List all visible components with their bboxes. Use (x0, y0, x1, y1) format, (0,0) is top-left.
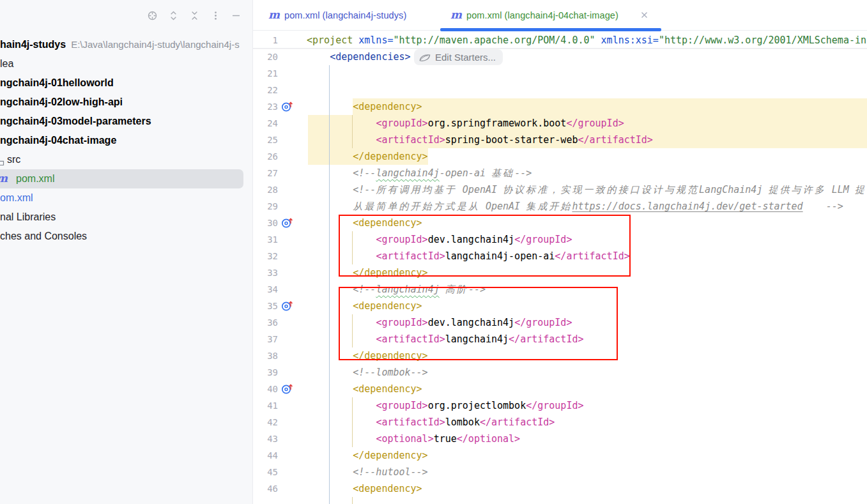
maven-sync-icon[interactable] (281, 217, 292, 227)
tab-label: pom.xml (langchain4j-studys) (284, 10, 406, 20)
code-token: 从最简单的开始方式是从 OpenAI 集成开始 (353, 201, 572, 212)
code-line-44[interactable]: </dependency> (307, 447, 428, 464)
code-line-25[interactable]: <artifactId>spring-boot-starter-web</art… (307, 132, 653, 148)
tree-item-ngchain4j-01helloworld[interactable]: ngchain4j-01helloworld (0, 73, 252, 93)
tree-item-ngchain4j-03model-parameters[interactable]: ngchain4j-03model-parameters (0, 112, 252, 131)
collapse-all-icon[interactable] (189, 10, 200, 21)
code-line-43[interactable]: <optional>true</optional> (307, 431, 520, 447)
code-token: langchain4j (376, 167, 439, 179)
code-line-39[interactable]: <!--lombok--> (307, 364, 428, 381)
code-token: </artifactId> (578, 134, 652, 146)
code-token: true (434, 433, 457, 445)
line-number: 42 (253, 414, 278, 431)
tree-item-label: nal Libraries (0, 211, 56, 222)
tree-item-ngchain4j-04chat-image[interactable]: ngchain4j-04chat-image (0, 131, 252, 150)
maven-sync-icon[interactable] (281, 300, 292, 310)
tree-item-label: ngchain4j-01helloworld (0, 77, 114, 88)
tree-item-nal-libraries[interactable]: nal Libraries (0, 208, 252, 227)
line-number: 29 (253, 198, 278, 215)
close-tab-icon[interactable] (640, 11, 648, 19)
tree-item-ches-and-consoles[interactable]: ches and Consoles (0, 227, 252, 246)
editor-tab-2[interactable]: mpom.xml (langchain4j-04chat-image) (440, 0, 659, 30)
indent (307, 450, 353, 461)
line-number: 24 (253, 115, 278, 132)
tree-item-pom-xml[interactable]: mpom.xml (0, 169, 252, 188)
tree-item-label: ngchain4j-02low-high-api (0, 96, 123, 107)
line-number: 1 (253, 32, 278, 49)
indent (307, 400, 376, 411)
maven-icon: m (450, 10, 462, 20)
code-line-27[interactable]: <!--langchain4j-open-ai 基础--> (307, 165, 532, 181)
active-tab-underline (440, 28, 661, 31)
code-token: </dependency> (353, 151, 427, 162)
code-token: <!-- (353, 167, 376, 179)
more-icon[interactable] (210, 10, 221, 21)
line-number: 25 (253, 132, 278, 148)
code-token: <groupId> (376, 118, 427, 129)
indent (307, 118, 376, 129)
expand-collapse-icon[interactable] (168, 10, 179, 21)
code-token: <!--lombok--> (353, 367, 427, 378)
code-line-41[interactable]: <groupId>org.projectlombok</groupId> (307, 397, 584, 414)
line-number: 30 (253, 215, 278, 231)
line-number: 27 (253, 165, 278, 181)
code-token: lombok (445, 416, 480, 428)
maven-sync-icon[interactable] (281, 100, 292, 111)
code-token: <dependency> (353, 101, 422, 112)
line-number: 39 (253, 364, 278, 381)
line-number: 40 (253, 381, 278, 397)
tree-item-om-xml[interactable]: om.xml (0, 188, 252, 208)
code-line-40[interactable]: <dependency> (307, 381, 422, 397)
code-token: <dependency> (353, 383, 422, 395)
code-token: <groupId> (376, 400, 427, 411)
tree-item-path: E:\Java\langchain4j-study\langchain4j-s (71, 39, 240, 50)
edit-starters-button[interactable]: Edit Starters... (414, 49, 503, 65)
line-number: 26 (253, 148, 278, 165)
code-line-46[interactable]: <dependency> (307, 480, 422, 497)
code-token: <!--hutool--> (353, 466, 427, 478)
tree-item-lea[interactable]: lea (0, 54, 252, 73)
code-line-42[interactable]: <artifactId>lombok</artifactId> (307, 414, 555, 431)
maven-icon: m (268, 10, 280, 20)
line-number: 21 (253, 65, 278, 82)
indent (307, 367, 353, 378)
editor-tab-1[interactable]: mpom.xml (langchain4j-studys) (258, 0, 417, 30)
code-line-20[interactable]: <dependencies> (307, 49, 411, 65)
line-number: 20 (253, 49, 278, 65)
indent (307, 466, 353, 478)
hide-icon[interactable] (231, 10, 242, 21)
line-number: 33 (253, 264, 278, 281)
code-token: org.projectlombok (428, 400, 526, 411)
indent (307, 433, 376, 445)
code-line-28[interactable]: <!--所有调用均基于 OpenAI 协议标准，实现一致的接口设计与规范Lang… (307, 181, 866, 198)
line-number: 43 (253, 431, 278, 447)
maven-sync-icon[interactable] (281, 383, 292, 393)
code-token: <optional> (376, 433, 433, 445)
code-token: <artifactId> (376, 134, 445, 146)
line-number: 28 (253, 181, 278, 198)
code-line-45[interactable]: <!--hutool--> (307, 464, 428, 480)
code-line-23[interactable]: <dependency> (307, 98, 422, 115)
tree-item-label: ngchain4j-03model-parameters (0, 116, 151, 126)
locate-icon[interactable] (147, 10, 158, 21)
code-token: xmlns= (358, 34, 393, 46)
tree-item-label: lea (0, 58, 13, 69)
indent (307, 134, 376, 146)
code-token: org.springframework.boot (428, 118, 567, 129)
line-number: 46 (253, 480, 278, 497)
code-token: <!--所有调用均基于 OpenAI 协议标准，实现一致的接口设计与规范Lang… (353, 184, 866, 195)
tree-item-src[interactable]: src (0, 150, 252, 169)
tree-item-label: om.xml (0, 192, 33, 203)
line-number: 37 (253, 331, 278, 347)
code-token: -open-ai 基础--> (440, 167, 532, 179)
tree-item-hain4j-studys[interactable]: hain4j-studysE:\Java\langchain4j-study\l… (0, 35, 252, 54)
annotation-rect-1 (339, 215, 631, 277)
code-line-29[interactable]: 从最简单的开始方式是从 OpenAI 集成开始https://docs.lang… (307, 198, 843, 215)
code-line-26[interactable]: </dependency> (307, 148, 428, 165)
tree-item-ngchain4j-02low-high-api[interactable]: ngchain4j-02low-high-api (0, 93, 252, 112)
line-number: 31 (253, 231, 278, 248)
code-line-24[interactable]: <groupId>org.springframework.boot</group… (307, 115, 624, 132)
code-token: <project (307, 34, 358, 46)
code-line-1[interactable]: <project xmlns="http://maven.apache.org/… (307, 32, 867, 49)
code-token: </artifactId> (480, 416, 555, 428)
